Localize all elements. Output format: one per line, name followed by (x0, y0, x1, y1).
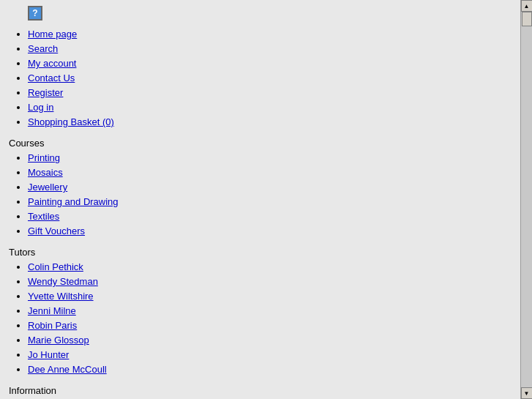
list-item: Log in (28, 101, 517, 114)
mosaics-link[interactable]: Mosaics (28, 167, 63, 178)
textiles-link[interactable]: Textiles (28, 211, 59, 222)
help-icon[interactable]: ? (28, 6, 42, 20)
yvette-wiltshire-link[interactable]: Yvette Wiltshire (28, 291, 94, 302)
colin-pethick-link[interactable]: Colin Pethick (28, 261, 83, 272)
list-item: Marie Glossop (28, 334, 517, 347)
list-item: Search (28, 42, 517, 56)
list-item: Dee Anne McCoull (28, 363, 517, 376)
list-item: Wendy Stedman (28, 275, 517, 288)
search-link[interactable]: Search (28, 43, 58, 54)
list-item: Yvette Wiltshire (28, 290, 517, 303)
list-item: Contact Us (28, 72, 517, 85)
scrollbar: ▲ ▼ (520, 0, 532, 399)
list-item: Home page (28, 28, 517, 41)
list-item: Colin Pethick (28, 261, 517, 274)
list-item: Textiles (28, 210, 517, 223)
jewellery-link[interactable]: Jewellery (28, 182, 67, 193)
dee-anne-mccoull-link[interactable]: Dee Anne McCoull (28, 364, 107, 375)
jo-hunter-link[interactable]: Jo Hunter (28, 349, 69, 360)
printing-link[interactable]: Printing (28, 152, 60, 163)
my-account-link[interactable]: My account (28, 58, 76, 69)
list-item: Robin Paris (28, 319, 517, 332)
tutors-heading: Tutors (6, 247, 517, 258)
list-item: Jewellery (28, 181, 517, 194)
list-item: Printing (28, 152, 517, 165)
list-item: Jenni Milne (28, 305, 517, 318)
list-item: Gift Vouchers (28, 225, 517, 238)
information-heading: Information (6, 385, 517, 396)
gift-vouchers-link[interactable]: Gift Vouchers (28, 225, 85, 236)
main-content: ? Home page Search My account Contact Us… (0, 0, 532, 399)
scroll-down-button[interactable]: ▼ (521, 387, 533, 399)
marie-glossop-link[interactable]: Marie Glossop (28, 335, 89, 346)
robin-paris-link[interactable]: Robin Paris (28, 320, 77, 331)
contact-us-link[interactable]: Contact Us (28, 72, 75, 83)
scroll-track (521, 12, 533, 387)
list-item: Shopping Basket (0) (28, 116, 517, 129)
shopping-basket-link[interactable]: Shopping Basket (0) (28, 116, 114, 127)
page-container: ? Home page Search My account Contact Us… (0, 0, 532, 399)
jenni-milne-link[interactable]: Jenni Milne (28, 305, 76, 316)
painting-drawing-link[interactable]: Painting and Drawing (28, 196, 119, 207)
courses-list: Printing Mosaics Jewellery Painting and … (6, 152, 517, 238)
list-item: Jo Hunter (28, 348, 517, 362)
wendy-stedman-link[interactable]: Wendy Stedman (28, 276, 98, 287)
list-item: Mosaics (28, 166, 517, 179)
home-page-link[interactable]: Home page (28, 29, 77, 40)
register-link[interactable]: Register (28, 87, 63, 98)
scroll-thumb[interactable] (522, 12, 532, 26)
courses-heading: Courses (6, 138, 517, 149)
main-nav-list: Home page Search My account Contact Us R… (6, 28, 517, 129)
list-item: Painting and Drawing (28, 195, 517, 209)
scroll-up-button[interactable]: ▲ (521, 0, 533, 12)
list-item: Register (28, 86, 517, 100)
list-item: My account (28, 57, 517, 70)
log-in-link[interactable]: Log in (28, 102, 53, 113)
tutors-list: Colin Pethick Wendy Stedman Yvette Wilts… (6, 261, 517, 376)
